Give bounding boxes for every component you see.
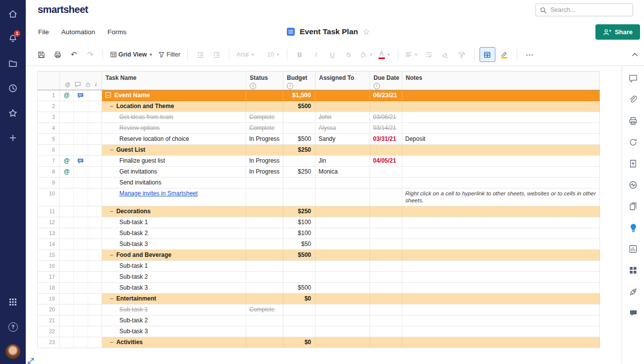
collapse-toggle[interactable]: – <box>106 92 111 98</box>
cell-task-name[interactable]: Reserve location of choice <box>102 134 246 145</box>
cell-due-date[interactable] <box>370 304 402 315</box>
menu-forms[interactable]: Forms <box>107 28 126 36</box>
menu-file[interactable]: File <box>38 28 49 36</box>
column-header-task-name[interactable]: Task Name <box>102 71 246 90</box>
attachments-icon[interactable] <box>626 92 641 107</box>
cell-due-date[interactable] <box>370 261 402 272</box>
expand-corner-icon[interactable] <box>28 358 34 364</box>
cell-status[interactable] <box>246 145 283 156</box>
collapse-toggle[interactable]: – <box>110 101 113 112</box>
cell-assigned-to[interactable] <box>316 261 370 272</box>
publish-icon[interactable] <box>626 156 641 171</box>
view-switcher-button[interactable]: Grid View▼ <box>108 48 155 61</box>
apps-icon[interactable] <box>626 263 641 278</box>
cell-assigned-to[interactable] <box>316 90 370 101</box>
row-icons-cell[interactable] <box>60 134 102 145</box>
cell-notes[interactable]: Deposit <box>402 134 600 145</box>
cell-assigned-to[interactable]: John <box>316 112 370 123</box>
highlight-changes-button[interactable] <box>497 48 512 61</box>
row-icons-cell[interactable] <box>60 250 102 261</box>
cell-due-date[interactable] <box>370 326 402 337</box>
cell-budget[interactable]: $500 <box>283 283 316 294</box>
row-icons-cell[interactable] <box>60 145 102 156</box>
sheet-summary-icon[interactable] <box>626 199 641 214</box>
cell-assigned-to[interactable] <box>316 337 370 348</box>
row-icons-cell[interactable]: @ <box>60 156 102 167</box>
row-number[interactable]: 20 <box>38 304 60 315</box>
row-icons-cell[interactable] <box>60 178 102 188</box>
cell-due-date[interactable] <box>370 101 402 112</box>
cell-budget[interactable] <box>283 178 316 188</box>
cell-status[interactable] <box>246 250 283 261</box>
cell-budget[interactable] <box>283 123 316 134</box>
cell-assigned-to[interactable]: Alyssa <box>316 123 370 134</box>
wrap-text-button[interactable] <box>422 48 436 61</box>
cell-notes[interactable] <box>402 217 600 228</box>
row-icons-cell[interactable]: @ <box>60 167 102 178</box>
cell-assigned-to[interactable] <box>316 272 370 283</box>
row-icons-cell[interactable] <box>60 283 102 294</box>
cell-assigned-to[interactable] <box>316 283 370 294</box>
row-number[interactable]: 22 <box>38 326 60 337</box>
cell-task-name[interactable]: –Guest List <box>102 145 246 156</box>
row-icons-cell[interactable] <box>60 294 102 304</box>
cell-task-name[interactable]: Sub-task 3 <box>102 239 246 250</box>
cell-task-name[interactable]: Get ideas from team <box>102 112 246 123</box>
cell-task-name[interactable]: –Food and Beverage <box>102 250 246 261</box>
info-icon[interactable]: i <box>374 83 380 89</box>
cell-notes[interactable] <box>402 228 600 239</box>
cell-due-date[interactable]: 03/06/21 <box>370 112 402 123</box>
strikethrough-button[interactable]: S <box>341 48 356 61</box>
row-icons-cell[interactable] <box>60 239 102 250</box>
row-icons-cell[interactable]: @ <box>60 90 102 101</box>
column-header-status[interactable]: Statusi <box>246 71 283 90</box>
cell-assigned-to[interactable] <box>316 188 370 206</box>
cell-task-name[interactable]: –Activities <box>102 337 246 348</box>
cell-status[interactable] <box>246 315 283 326</box>
italic-button[interactable]: I <box>309 48 323 61</box>
cell-notes[interactable] <box>402 145 600 156</box>
cell-notes[interactable] <box>402 283 600 294</box>
cell-task-name[interactable]: Get invitations <box>102 167 246 178</box>
cell-due-date[interactable] <box>370 315 402 326</box>
cell-budget[interactable] <box>283 272 316 283</box>
cell-task-name[interactable]: –Entertainment <box>102 294 246 304</box>
indent-button[interactable] <box>209 48 224 61</box>
cell-task-name[interactable]: Sub-task 2 <box>102 315 246 326</box>
cell-due-date[interactable]: 03/31/21 <box>370 134 402 145</box>
cell-notes[interactable] <box>402 167 600 178</box>
notifications-button[interactable]: 1 <box>0 26 26 51</box>
favorites-button[interactable] <box>0 101 26 125</box>
proofs-icon[interactable] <box>626 114 641 128</box>
cell-status[interactable] <box>246 217 283 228</box>
cell-assigned-to[interactable]: Monica <box>316 167 370 178</box>
row-number[interactable]: 18 <box>38 283 60 294</box>
info-icon[interactable]: i <box>287 83 293 89</box>
row-icons-cell[interactable] <box>60 337 102 348</box>
cell-assigned-to[interactable] <box>316 206 370 217</box>
collapse-toolbar-button[interactable] <box>632 53 638 57</box>
cell-notes[interactable] <box>402 90 600 101</box>
collapse-toggle[interactable]: – <box>110 294 113 304</box>
cell-due-date[interactable]: 04/05/21 <box>370 156 402 167</box>
conversations-icon[interactable] <box>626 71 641 86</box>
activity-log-icon[interactable] <box>626 178 641 192</box>
collapse-toggle[interactable]: – <box>110 145 113 155</box>
cell-budget[interactable] <box>283 304 316 315</box>
row-number[interactable]: 1 <box>38 90 60 101</box>
favorite-star-icon[interactable]: ☆ <box>363 28 370 36</box>
cell-budget[interactable]: $50 <box>283 239 316 250</box>
cell-status[interactable]: Complete <box>246 304 283 315</box>
cell-status[interactable] <box>246 178 283 188</box>
cell-due-date[interactable]: 06/23/21 <box>370 90 402 101</box>
cell-assigned-to[interactable] <box>316 294 370 304</box>
cell-due-date[interactable] <box>370 239 402 250</box>
cell-budget[interactable] <box>283 326 316 337</box>
row-icons-cell[interactable] <box>60 112 102 123</box>
row-icons-cell[interactable] <box>60 123 102 134</box>
cell-due-date[interactable] <box>370 217 402 228</box>
clear-format-button[interactable] <box>438 48 453 61</box>
cell-task-name[interactable]: –Location and Theme <box>102 101 246 112</box>
cell-notes[interactable]: Right click on a cell to hyperlink to ot… <box>402 188 600 206</box>
cell-assigned-to[interactable] <box>316 217 370 228</box>
